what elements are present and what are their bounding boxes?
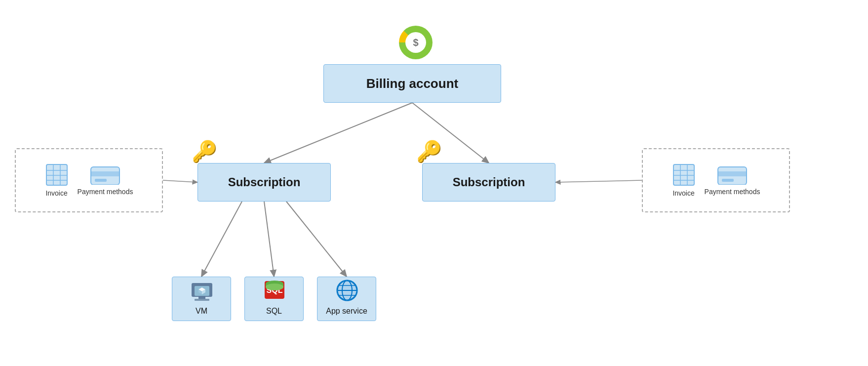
sql-icon: SQL bbox=[263, 279, 286, 302]
svg-rect-14 bbox=[195, 299, 209, 301]
subscription-left-label: Subscription bbox=[228, 175, 301, 189]
vm-icon bbox=[190, 281, 214, 304]
svg-rect-43 bbox=[718, 171, 747, 176]
svg-rect-27 bbox=[46, 164, 67, 185]
svg-line-1 bbox=[264, 103, 412, 163]
billing-account-box: Billing account bbox=[323, 64, 501, 103]
right-invoice-item: Invoice bbox=[672, 163, 696, 197]
svg-rect-36 bbox=[673, 164, 694, 185]
left-payment-item: Payment methods bbox=[78, 165, 133, 196]
right-payment-label: Payment methods bbox=[705, 188, 760, 196]
app-service-label: App service bbox=[326, 307, 367, 316]
diagram: $ Billing account 🔑 Subscription 🔑 Subsc… bbox=[0, 0, 868, 366]
key-right-icon: 🔑 bbox=[416, 139, 442, 163]
subscription-left-box: Subscription bbox=[197, 163, 331, 202]
right-invoice-icon bbox=[672, 163, 696, 186]
svg-line-6 bbox=[163, 180, 197, 182]
right-payment-icon bbox=[717, 165, 748, 185]
svg-line-4 bbox=[264, 202, 274, 277]
sql-resource-box: SQL SQL bbox=[244, 277, 304, 321]
left-invoice-item: Invoice bbox=[45, 163, 69, 197]
vm-label: VM bbox=[196, 307, 207, 316]
right-payment-item: Payment methods bbox=[705, 165, 760, 196]
app-service-resource-box: App service bbox=[317, 277, 376, 321]
left-billing-options-box: Invoice Payment methods bbox=[15, 148, 163, 212]
svg-rect-13 bbox=[198, 297, 205, 299]
vm-resource-box: VM bbox=[172, 277, 231, 321]
right-invoice-label: Invoice bbox=[672, 189, 694, 197]
svg-line-7 bbox=[555, 180, 642, 182]
subscription-right-label: Subscription bbox=[453, 175, 525, 189]
sql-label: SQL bbox=[266, 307, 282, 316]
subscription-right-box: Subscription bbox=[422, 163, 555, 202]
left-payment-label: Payment methods bbox=[78, 188, 133, 196]
svg-line-5 bbox=[286, 202, 347, 277]
svg-rect-34 bbox=[91, 171, 119, 176]
app-service-icon bbox=[334, 278, 360, 303]
right-billing-options-box: Invoice Payment methods bbox=[642, 148, 790, 212]
svg-line-3 bbox=[201, 202, 242, 277]
left-invoice-icon bbox=[45, 163, 69, 186]
svg-rect-35 bbox=[95, 179, 107, 182]
key-left-icon: 🔑 bbox=[192, 139, 217, 163]
billing-account-icon: $ bbox=[399, 26, 433, 59]
svg-point-19 bbox=[266, 284, 283, 290]
billing-account-label: Billing account bbox=[366, 76, 458, 91]
svg-rect-44 bbox=[722, 179, 734, 182]
left-invoice-label: Invoice bbox=[45, 189, 67, 197]
left-payment-icon bbox=[90, 165, 120, 185]
